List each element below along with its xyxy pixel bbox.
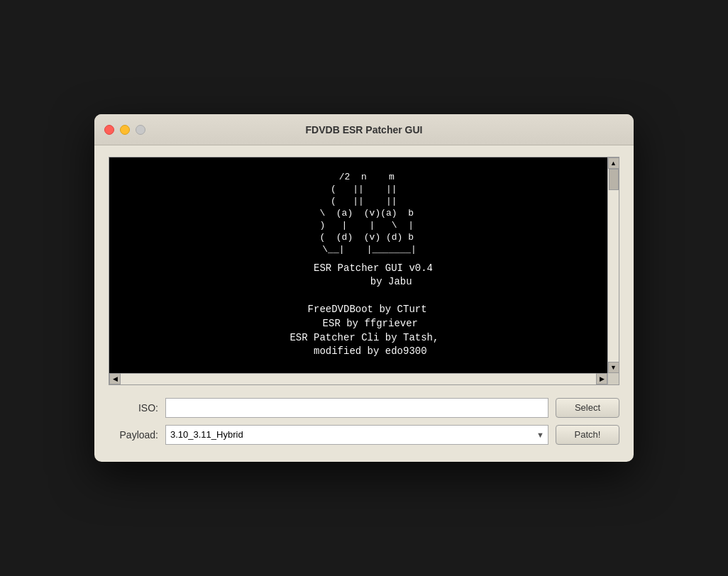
scroll-down-button[interactable]: ▼: [608, 362, 619, 373]
scroll-right-button[interactable]: ▶: [596, 373, 607, 384]
payload-dropdown-wrapper: 3.10_3.11_Hybrid 3.10_3.11_Hybrid_v2 4.0…: [165, 425, 548, 445]
title-bar: FDVDB ESR Patcher GUI: [94, 114, 634, 145]
window-controls: [104, 125, 145, 135]
payload-row: Payload: 3.10_3.11_Hybrid 3.10_3.11_Hybr…: [109, 425, 619, 445]
controls-section: ISO: Select Payload: 3.10_3.11_Hybrid 3.…: [109, 398, 619, 445]
iso-row: ISO: Select: [109, 398, 619, 418]
payload-label: Payload:: [109, 429, 158, 441]
window-title: FDVDB ESR Patcher GUI: [306, 124, 423, 135]
minimize-button[interactable]: [120, 125, 130, 135]
scroll-track-horizontal[interactable]: [121, 374, 596, 384]
iso-input[interactable]: [165, 398, 548, 418]
patch-button[interactable]: Patch!: [556, 425, 619, 445]
close-button[interactable]: [104, 125, 114, 135]
scroll-left-button[interactable]: ◀: [109, 373, 121, 384]
scroll-thumb-vertical[interactable]: [609, 169, 619, 190]
terminal-content: /2 n m ( || || ( || || \ (a) (v)(a) b ) …: [109, 157, 607, 372]
iso-label: ISO:: [109, 402, 158, 414]
window-content: /2 n m ( || || ( || || \ (a) (v)(a) b ) …: [94, 145, 634, 461]
main-window: FDVDB ESR Patcher GUI /2 n m ( || || ( |…: [94, 114, 634, 461]
vertical-scrollbar: ▲ ▼: [607, 157, 619, 372]
select-button[interactable]: Select: [556, 398, 619, 418]
horizontal-scrollbar: ◀ ▶: [109, 373, 619, 384]
maximize-button[interactable]: [136, 125, 145, 135]
scroll-corner: [607, 373, 619, 384]
ascii-art: /2 n m ( || || ( || || \ (a) (v)(a) b ) …: [121, 172, 596, 255]
payload-select[interactable]: 3.10_3.11_Hybrid 3.10_3.11_Hybrid_v2 4.0…: [165, 425, 548, 445]
terminal-area: /2 n m ( || || ( || || \ (a) (v)(a) b ) …: [109, 157, 607, 372]
terminal-wrapper: /2 n m ( || || ( || || \ (a) (v)(a) b ) …: [109, 157, 619, 384]
scroll-track-vertical[interactable]: [608, 169, 619, 361]
scroll-up-button[interactable]: ▲: [608, 157, 619, 169]
terminal-main-row: /2 n m ( || || ( || || \ (a) (v)(a) b ) …: [109, 157, 619, 372]
